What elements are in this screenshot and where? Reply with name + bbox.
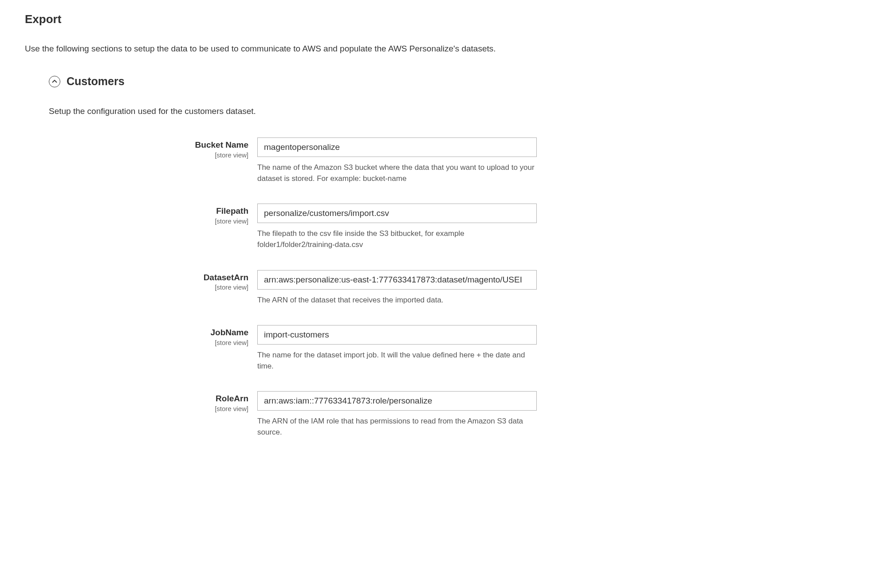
- field-label-wrap: RoleArn [store view]: [49, 391, 257, 438]
- role-arn-input[interactable]: [257, 391, 537, 411]
- chevron-up-icon: [49, 76, 60, 87]
- field-label: JobName: [49, 328, 248, 338]
- field-label-wrap: JobName [store view]: [49, 325, 257, 372]
- field-help: The ARN of the dataset that receives the…: [257, 295, 537, 306]
- field-help: The filepath to the csv file inside the …: [257, 228, 537, 250]
- field-control: The name for the dataset import job. It …: [257, 325, 537, 372]
- field-label: Filepath: [49, 206, 248, 216]
- field-role-arn: RoleArn [store view] The ARN of the IAM …: [49, 391, 864, 438]
- filepath-input[interactable]: [257, 204, 537, 223]
- field-label-wrap: DatasetArn [store view]: [49, 270, 257, 306]
- section-header[interactable]: Customers: [49, 75, 864, 88]
- field-filepath: Filepath [store view] The filepath to th…: [49, 204, 864, 250]
- field-control: The ARN of the IAM role that has permiss…: [257, 391, 537, 438]
- field-dataset-arn: DatasetArn [store view] The ARN of the d…: [49, 270, 864, 306]
- field-help: The ARN of the IAM role that has permiss…: [257, 416, 537, 438]
- field-control: The filepath to the csv file inside the …: [257, 204, 537, 250]
- field-label: RoleArn: [49, 394, 248, 404]
- field-help: The name of the Amazon S3 bucket where t…: [257, 162, 537, 184]
- section-customers: Customers Setup the configuration used f…: [25, 75, 864, 438]
- field-label-wrap: Bucket Name [store view]: [49, 137, 257, 184]
- field-scope: [store view]: [49, 283, 248, 291]
- field-scope: [store view]: [49, 405, 248, 412]
- field-help: The name for the dataset import job. It …: [257, 350, 537, 372]
- field-label: Bucket Name: [49, 140, 248, 150]
- field-label-wrap: Filepath [store view]: [49, 204, 257, 250]
- job-name-input[interactable]: [257, 325, 537, 345]
- section-title: Customers: [67, 75, 125, 88]
- field-bucket-name: Bucket Name [store view] The name of the…: [49, 137, 864, 184]
- field-scope: [store view]: [49, 151, 248, 159]
- dataset-arn-input[interactable]: [257, 270, 537, 290]
- bucket-name-input[interactable]: [257, 137, 537, 157]
- field-scope: [store view]: [49, 217, 248, 225]
- page-title: Export: [25, 12, 864, 26]
- field-label: DatasetArn: [49, 273, 248, 283]
- field-control: The name of the Amazon S3 bucket where t…: [257, 137, 537, 184]
- field-job-name: JobName [store view] The name for the da…: [49, 325, 864, 372]
- section-description: Setup the configuration used for the cus…: [49, 106, 864, 116]
- field-control: The ARN of the dataset that receives the…: [257, 270, 537, 306]
- field-scope: [store view]: [49, 339, 248, 346]
- page-description: Use the following sections to setup the …: [25, 44, 864, 54]
